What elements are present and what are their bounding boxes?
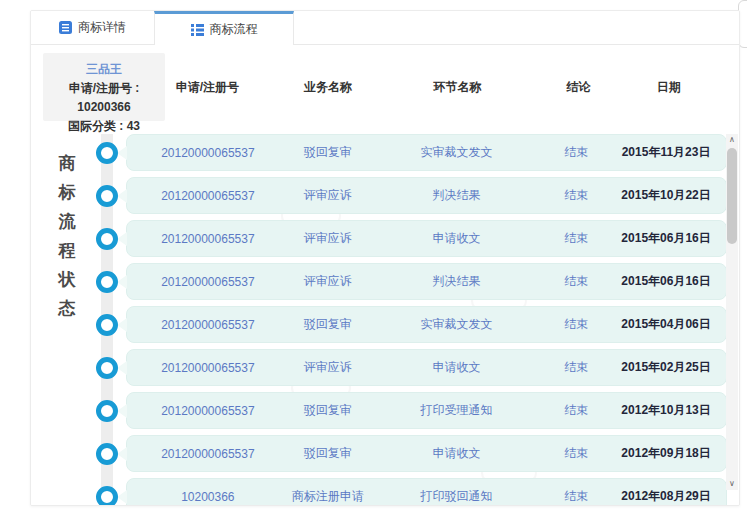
cell-reg-number: 20120000065537 [127,275,289,289]
table-header: 申请/注册号 业务名称 环节名称 结论 日期 [126,53,729,121]
tab-label: 商标流程 [210,21,258,38]
bubble-tail [117,318,127,332]
cell-reg-number: 20120000065537 [127,404,289,418]
cell-business-name: 商标注册申请 [289,488,367,505]
cell-conclusion: 结束 [546,144,606,161]
cell-business-name: 驳回复审 [289,144,367,161]
header-step-name: 环节名称 [367,79,548,96]
header-reg-number: 申请/注册号 [126,79,289,96]
header-conclusion: 结论 [548,79,608,96]
row-bubble: 20120000065537 评审应诉 申请收文 结束 2015年02月25日 [126,349,727,386]
row-bubble: 20120000065537 评审应诉 判决结果 结束 2015年06月16日 [126,263,727,300]
scroll-down-icon[interactable]: ∨ [726,478,738,490]
cell-date: 2015年04月06日 [606,316,726,333]
table-row: 20120000065537 评审应诉 申请收文 结束 2015年06月16日 [31,220,739,257]
cell-conclusion: 结束 [546,359,606,376]
cell-conclusion: 结束 [546,316,606,333]
bubble-tail [117,490,127,504]
cell-date: 2015年11月23日 [606,144,726,161]
timeline-node-icon [96,400,118,422]
table-row: 10200366 商标注册申请 打印驳回通知 结束 2012年08月29日 [31,478,739,505]
cell-step-name: 打印受理通知 [367,402,547,419]
row-bubble: 20120000065537 驳回复审 实审裁文发文 结束 2015年04月06… [126,306,727,343]
cell-date: 2015年06月16日 [606,230,726,247]
cell-conclusion: 结束 [546,273,606,290]
cell-step-name: 申请收文 [367,445,547,462]
cell-conclusion: 结束 [546,187,606,204]
cell-date: 2015年02月25日 [606,359,726,376]
cell-reg-number: 20120000065537 [127,146,289,160]
table-row: 20120000065537 评审应诉 判决结果 结束 2015年10月22日 [31,177,739,214]
cell-business-name: 评审应诉 [289,359,367,376]
table-row: 20120000065537 驳回复审 实审裁文发文 结束 2015年11月23… [31,134,739,171]
row-bubble: 10200366 商标注册申请 打印驳回通知 结束 2012年08月29日 [126,478,727,505]
cell-date: 2012年08月29日 [606,488,726,505]
scrollbar[interactable]: ∧ ∨ [726,134,738,490]
cell-date: 2015年10月22日 [606,187,726,204]
timeline-node-icon [96,443,118,465]
header-business-name: 业务名称 [289,79,367,96]
header-date: 日期 [608,79,729,96]
cell-reg-number: 20120000065537 [127,361,289,375]
tab-trademark-details[interactable]: 商标详情 [31,11,154,44]
cell-business-name: 评审应诉 [289,187,367,204]
cell-step-name: 打印驳回通知 [367,488,547,505]
timeline-node-icon [96,271,118,293]
cell-business-name: 驳回复审 [289,445,367,462]
bubble-tail [117,447,127,461]
cell-step-name: 判决结果 [367,187,547,204]
cell-business-name: 驳回复审 [289,316,367,333]
timeline-node-icon [96,142,118,164]
cell-date: 2012年09月18日 [606,445,726,462]
cell-conclusion: 结束 [546,445,606,462]
tab-bar: 商标详情 商标流程 [31,11,739,45]
timeline-node-icon [96,314,118,336]
bubble-tail [117,361,127,375]
timeline-node-icon [96,228,118,250]
bubble-tail [117,189,127,203]
cell-reg-number: 10200366 [127,490,289,504]
cell-reg-number: 20120000065537 [127,232,289,246]
cell-step-name: 实审裁文发文 [367,316,547,333]
scrollbar-thumb[interactable] [727,148,737,244]
table-row: 20120000065537 驳回复审 打印受理通知 结束 2012年10月13… [31,392,739,429]
cell-business-name: 评审应诉 [289,273,367,290]
table-row: 20120000065537 评审应诉 申请收文 结束 2015年02月25日 [31,349,739,386]
cell-reg-number: 20120000065537 [127,189,289,203]
cell-business-name: 评审应诉 [289,230,367,247]
list-icon [191,23,204,36]
row-bubble: 20120000065537 驳回复审 打印受理通知 结束 2012年10月13… [126,392,727,429]
cell-step-name: 申请收文 [367,230,547,247]
cell-step-name: 实审裁文发文 [367,144,547,161]
bubble-tail [117,146,127,160]
cell-reg-number: 20120000065537 [127,318,289,332]
cell-conclusion: 结束 [546,402,606,419]
row-bubble: 20120000065537 评审应诉 申请收文 结束 2015年06月16日 [126,220,727,257]
cell-conclusion: 结束 [546,230,606,247]
timeline-node-icon [96,486,118,506]
bubble-tail [117,275,127,289]
process-rows: 20120000065537 驳回复审 实审裁文发文 结束 2015年11月23… [31,134,739,505]
table-row: 20120000065537 驳回复审 申请收文 结束 2012年09月18日 [31,435,739,472]
row-bubble: 20120000065537 驳回复审 申请收文 结束 2012年09月18日 [126,435,727,472]
scroll-up-icon[interactable]: ∧ [726,134,738,146]
bubble-tail [117,232,127,246]
cell-step-name: 申请收文 [367,359,547,376]
document-icon [59,21,72,34]
cell-step-name: 判决结果 [367,273,547,290]
cell-reg-number: 20120000065537 [127,447,289,461]
cell-date: 2015年06月16日 [606,273,726,290]
trademark-panel: 商标详情 商标流程 商 标 流 程 状 态 [30,10,740,506]
bubble-tail [117,404,127,418]
process-content: 商 标 流 程 状 态 三品王 申请/注册号 : 10200366 国际分类 :… [31,45,739,505]
table-row: 20120000065537 驳回复审 实审裁文发文 结束 2015年04月06… [31,306,739,343]
cell-date: 2012年10月13日 [606,402,726,419]
tab-label: 商标详情 [78,19,126,36]
timeline-node-icon [96,357,118,379]
timeline-node-icon [96,185,118,207]
page: 商标详情 商标流程 商 标 流 程 状 态 [0,0,747,519]
row-bubble: 20120000065537 评审应诉 判决结果 结束 2015年10月22日 [126,177,727,214]
cell-conclusion: 结束 [546,488,606,505]
tab-trademark-process[interactable]: 商标流程 [154,11,294,45]
table-row: 20120000065537 评审应诉 判决结果 结束 2015年06月16日 [31,263,739,300]
